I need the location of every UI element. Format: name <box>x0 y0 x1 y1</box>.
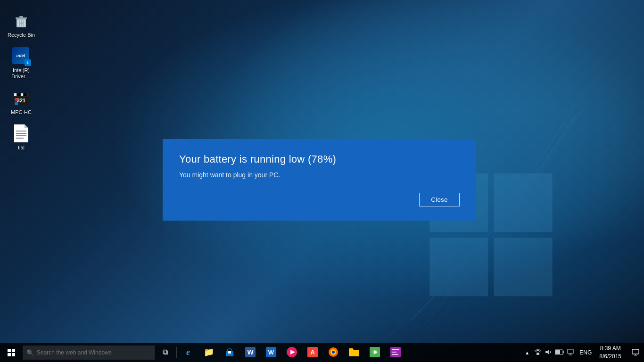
search-wrapper: 🔍 <box>23 346 155 360</box>
svg-rect-15 <box>17 93 20 96</box>
network-icon[interactable] <box>534 349 542 357</box>
search-input[interactable] <box>23 346 155 360</box>
svg-rect-53 <box>569 354 572 355</box>
taskbar-folder[interactable] <box>344 343 364 362</box>
taskbar-news[interactable] <box>385 343 406 362</box>
edge-icon: e <box>186 347 190 357</box>
intel-driver-icon[interactable]: intel + Intel(R)Driver ... <box>4 45 39 82</box>
clock-time: 8:39 AM <box>600 345 621 353</box>
svg-rect-52 <box>568 349 573 354</box>
taskbar-task-view[interactable]: ⧉ <box>155 343 175 362</box>
tial-label: tial <box>18 145 25 151</box>
tray-icons-container: ▲ <box>519 349 578 357</box>
close-button[interactable]: Close <box>419 193 460 206</box>
file-explorer-icon: 📁 <box>204 347 214 357</box>
start-button[interactable] <box>0 343 23 362</box>
tial-image <box>12 124 31 143</box>
windows-start-icon <box>8 349 15 356</box>
svg-text:A: A <box>310 349 315 356</box>
battery-notification-dialog: Your battery is running low (78%) You mi… <box>163 139 476 221</box>
svg-rect-3 <box>494 238 553 296</box>
recycle-bin-image: ♻ <box>12 11 31 30</box>
language-indicator[interactable]: ENG <box>578 349 594 356</box>
volume-icon[interactable] <box>545 349 552 357</box>
svg-rect-16 <box>21 93 23 96</box>
notification-center-button[interactable] <box>627 343 644 362</box>
taskbar-wordpad[interactable]: W <box>261 343 281 362</box>
svg-text:W: W <box>247 348 254 356</box>
svg-rect-19 <box>15 98 18 101</box>
clock-date: 8/6/2015 <box>599 353 621 361</box>
news-icon <box>390 347 401 357</box>
mpc-hc-icon[interactable]: 321 MPC-HC <box>4 87 39 117</box>
svg-rect-50 <box>555 350 560 354</box>
svg-text:W: W <box>268 349 274 356</box>
folder-icon <box>348 347 360 357</box>
taskbar-adobe[interactable]: A <box>302 343 323 362</box>
recycle-bin-label: Recycle Bin <box>8 32 35 38</box>
notification-actions: Close <box>179 193 460 206</box>
media2-icon <box>370 347 380 357</box>
svg-rect-44 <box>392 349 399 350</box>
svg-rect-56 <box>634 355 637 356</box>
svg-rect-10 <box>19 16 23 17</box>
wordpad-icon: W <box>266 347 276 357</box>
svg-rect-17 <box>24 93 26 96</box>
svg-marker-48 <box>545 350 549 354</box>
svg-marker-22 <box>25 124 28 128</box>
taskbar-divider <box>176 347 177 358</box>
svg-rect-2 <box>429 238 488 296</box>
taskbar-media2[interactable] <box>364 343 385 362</box>
notification-title: Your battery is running low (78%) <box>179 153 460 165</box>
svg-point-39 <box>332 351 335 354</box>
svg-rect-45 <box>392 352 396 353</box>
system-tray: ▲ <box>519 343 644 362</box>
tial-icon[interactable]: tial <box>4 122 39 153</box>
intel-driver-image: intel + <box>12 47 31 66</box>
intel-driver-label: Intel(R)Driver ... <box>11 67 31 80</box>
svg-rect-9 <box>16 17 27 19</box>
store-icon <box>225 347 234 357</box>
show-hidden-icons-button[interactable]: ▲ <box>523 350 531 355</box>
firefox-icon <box>328 347 339 357</box>
system-clock[interactable]: 8:39 AM 8/6/2015 <box>594 343 627 362</box>
mpc-hc-label: MPC-HC <box>11 109 32 115</box>
svg-rect-55 <box>632 349 639 354</box>
svg-rect-1 <box>494 173 553 232</box>
recycle-bin-icon[interactable]: ♻ Recycle Bin <box>4 9 39 40</box>
svg-rect-46 <box>392 354 398 355</box>
taskbar-edge[interactable]: e <box>178 343 198 362</box>
notification-body: You might want to plug in your PC. <box>179 171 460 179</box>
taskbar-media[interactable] <box>281 343 302 362</box>
task-view-icon: ⧉ <box>163 348 168 356</box>
taskbar-store[interactable] <box>219 343 240 362</box>
battery-icon[interactable] <box>555 349 564 356</box>
svg-rect-28 <box>228 351 231 354</box>
taskbar-word[interactable]: W <box>240 343 261 362</box>
svg-text:♻: ♻ <box>20 21 23 25</box>
taskbar-firefox[interactable] <box>323 343 344 362</box>
media-player-icon <box>287 347 297 357</box>
taskbar: 🔍 ⧉ e 📁 W W <box>0 343 644 362</box>
svg-text:321: 321 <box>17 98 25 103</box>
svg-rect-14 <box>14 93 17 96</box>
word-icon: W <box>245 347 256 357</box>
mpc-hc-image: 321 <box>12 89 31 107</box>
desktop-icons-container: ♻ Recycle Bin intel + Intel(R)Driver ... <box>0 5 42 157</box>
action-center-icon[interactable] <box>567 349 574 357</box>
svg-rect-47 <box>537 353 539 355</box>
taskbar-file-explorer[interactable]: 📁 <box>198 343 219 362</box>
svg-rect-51 <box>563 351 564 353</box>
svg-rect-20 <box>15 102 18 105</box>
notification-center-icon <box>632 349 639 356</box>
adobe-icon: A <box>307 347 318 357</box>
